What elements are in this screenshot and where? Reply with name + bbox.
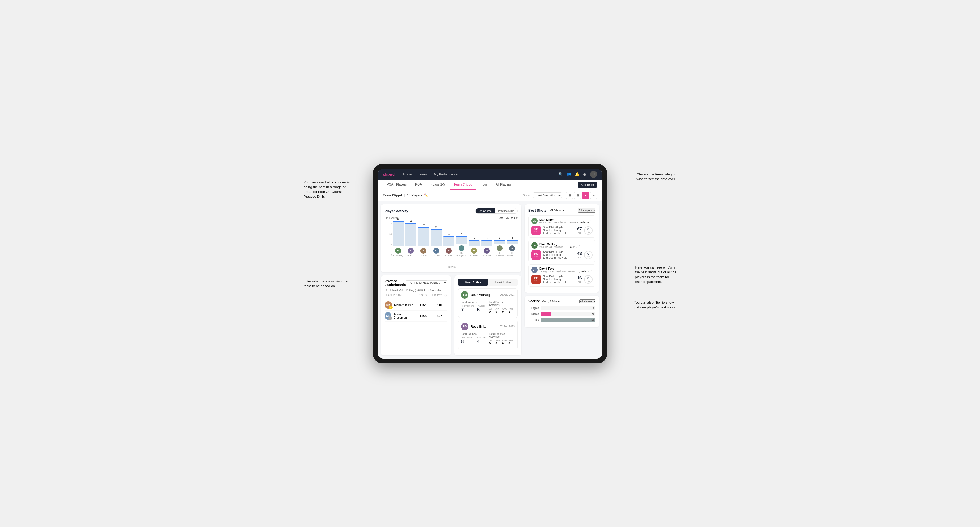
search-icon-btn[interactable]: 🔍 — [558, 172, 563, 176]
bar-value-0: 13 — [397, 217, 399, 220]
tournament-stat: Tournament 7 — [461, 305, 474, 313]
lb-avg-1: 110 — [431, 303, 447, 306]
tab-pga[interactable]: PGA — [412, 180, 426, 189]
add-icon-btn[interactable]: ⊕ — [583, 172, 586, 176]
tab-hcaps[interactable]: Hcaps 1-5 — [426, 180, 449, 189]
bar-8[interactable] — [494, 240, 505, 244]
scoring-bar-wrap-2: 499 — [541, 318, 595, 322]
tab-pgat-players[interactable]: PGAT Players — [383, 180, 410, 189]
shot-badge-1: 200 SG — [531, 226, 541, 235]
bar-4[interactable] — [443, 237, 454, 246]
top-nav: clippd Home Teams My Performance 🔍 👥 🔔 ⊕… — [378, 169, 602, 180]
bar-6[interactable] — [469, 240, 480, 246]
rounds-filter-label: Total Rounds — [498, 216, 515, 220]
chart-sub-header: On Course Total Rounds ▾ — [385, 216, 518, 220]
practice-drills-toggle[interactable]: Practice Drills — [495, 208, 517, 213]
bar-avatar-8: C — [497, 245, 503, 251]
on-course-toggle[interactable]: On Course — [476, 208, 495, 213]
practice-leaderboards-card: Practice Leaderboards PUTT Must Make Put… — [381, 275, 451, 355]
view-heart[interactable]: ♥ — [582, 192, 589, 199]
edit-team-icon[interactable]: ✏️ — [424, 194, 428, 197]
lb-row-2[interactable]: EC 2 Edward Crossman 18/20 107 — [385, 311, 447, 322]
bar-9[interactable] — [506, 240, 518, 244]
tournament-value-2: 8 — [461, 339, 474, 344]
shot-avatar-2: BM — [531, 242, 538, 249]
active-player-2: RB Rees Britt 02 Sep 2023 Total Rounds — [458, 320, 518, 349]
bell-icon-btn[interactable]: 🔔 — [575, 172, 579, 176]
scoring-label-1: Birdies — [528, 313, 539, 316]
nav-teams[interactable]: Teams — [418, 171, 428, 177]
tab-tour[interactable]: Tour — [477, 180, 491, 189]
tab-team-clippd[interactable]: Team Clippd — [450, 180, 476, 189]
arg-stat-2: ARG 0 — [502, 339, 508, 345]
bar-avatar-2: F — [420, 248, 426, 254]
shot-circle-1: 0 yds — [584, 226, 593, 235]
lb-name-1: Richard Butler — [394, 303, 413, 306]
scoring-bar-num-0: 3 — [593, 307, 594, 310]
practice-activities-stat: Total Practice Activities GTT 0 APP — [489, 301, 515, 313]
all-shots-filter[interactable]: All Shots ▾ — [550, 209, 564, 212]
user-avatar[interactable]: U — [590, 171, 597, 178]
bar-avatar-3: C — [433, 248, 439, 254]
scoring-players-filter[interactable]: All Players ▾ — [579, 300, 595, 303]
gtt-stat-2: GTT 0 — [489, 339, 495, 345]
active-player-2-date: 02 Sep 2023 — [500, 325, 515, 328]
lb-col-avg: PB AVG SQ — [431, 294, 447, 297]
bar-value-5: 4 — [461, 233, 462, 235]
scoring-row-1: Birdies96 — [528, 312, 595, 316]
par-filter[interactable]: Par 3, 4 & 5s ▾ — [542, 300, 560, 303]
lb-row-1[interactable]: RB 1 Richard Butler 19/20 110 — [385, 300, 447, 311]
rounds-filter-btn[interactable]: Total Rounds ▾ — [498, 216, 518, 220]
shot-player-name-3: David Ford — [539, 267, 589, 270]
bar-value-2: 10 — [422, 223, 425, 226]
scoring-bar-fill-2 — [541, 318, 595, 322]
par-filter-chevron: ▾ — [558, 300, 560, 303]
bar-name-5: O. Billingham — [456, 252, 467, 257]
shot-entry-2[interactable]: BM Blair McHarg 23 Jul 2023 · Ashridge G… — [528, 240, 595, 262]
shot-metric-2: 43 yds — [577, 251, 582, 259]
scoring-title: Scoring — [528, 300, 540, 303]
bar-value-9: 2 — [512, 237, 513, 239]
practice-label: Practice — [477, 305, 486, 307]
add-team-button[interactable]: Add Team — [578, 182, 597, 187]
timeframe-select[interactable]: Last 3 months Last month Last 6 months L… — [533, 192, 562, 198]
shot-metric-1: 67 yds — [577, 227, 582, 234]
lb-avatar-2: EC 2 — [385, 312, 391, 320]
bar-5[interactable] — [456, 236, 467, 243]
scoring-bar-fill-0 — [541, 306, 541, 310]
rounds-stat-2: Total Rounds Tournament 8 Practice — [461, 332, 487, 345]
bar-7[interactable] — [481, 240, 492, 246]
shot-entry-1[interactable]: MM Matt Miller 09 Jun 2023 · Royal North… — [528, 215, 595, 238]
view-list[interactable]: ≡ — [590, 192, 597, 199]
lb-col-player: PLAYER NAME — [385, 294, 415, 297]
shot-details-3: 198 SG Shot Dist: 16 yds Start Lie: Roug… — [531, 275, 593, 284]
scoring-header: Scoring Par 3, 4 & 5s ▾ All Players ▾ — [528, 300, 595, 303]
nav-home[interactable]: Home — [403, 171, 412, 177]
least-active-tab[interactable]: Least Active — [488, 279, 518, 286]
shot-player-name-2: Blair McHarg — [539, 243, 577, 246]
team-header: Team Clippd | 14 Players ✏️ Show: Last 3… — [378, 190, 602, 201]
rounds-filter-chevron: ▾ — [516, 216, 518, 220]
app-stat-2: APP 0 — [496, 339, 501, 345]
view-icons: ⊞ ⊟ ♥ ≡ — [566, 192, 597, 199]
rounds-label-2: Total Rounds — [461, 332, 487, 335]
tab-all-players[interactable]: All Players — [492, 180, 514, 189]
most-active-tab[interactable]: Most Active — [458, 279, 488, 286]
bar-3[interactable] — [431, 229, 442, 246]
page-wrapper: You can select which player is doing the… — [304, 164, 676, 363]
right-column: Best Shots All Shots ▾ All Players ▾ — [525, 205, 599, 355]
view-grid-large[interactable]: ⊞ — [566, 192, 573, 199]
bar-1[interactable] — [405, 223, 417, 246]
drill-select[interactable]: PUTT Must Make Putting ... — [406, 280, 447, 285]
view-grid-small[interactable]: ⊟ — [574, 192, 581, 199]
par-filter-label: Par 3, 4 & 5s — [542, 300, 557, 303]
bar-value-4: 5 — [448, 233, 450, 236]
bar-0[interactable] — [393, 221, 404, 246]
people-icon-btn[interactable]: 👥 — [567, 172, 571, 176]
lb-name-2: Edward Crossman — [394, 313, 416, 319]
all-players-filter[interactable]: All Players ▾ — [578, 208, 595, 213]
scoring-players-chevron: ▾ — [593, 300, 595, 303]
shot-entry-3[interactable]: DF David Ford 24 Aug 2023 · Royal North … — [528, 264, 595, 287]
nav-my-performance[interactable]: My Performance — [434, 171, 458, 177]
bar-2[interactable] — [418, 227, 429, 246]
